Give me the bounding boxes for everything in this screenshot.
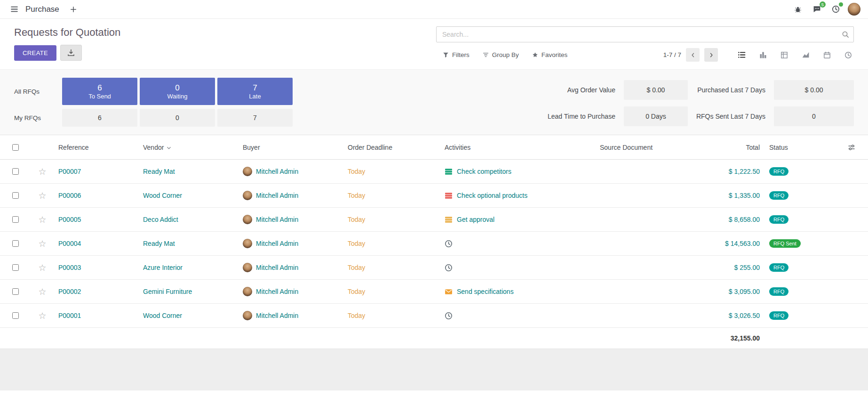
row-checkbox[interactable] [12,240,19,247]
activity-icon[interactable] [445,192,453,200]
app-name[interactable]: Purchase [25,5,59,14]
favorites-button[interactable]: Favorites [532,51,568,58]
plus-icon[interactable] [67,3,80,16]
activity-icon[interactable] [445,240,453,248]
table-row[interactable]: ☆ P00007 Ready Mat Mitchell Admin Today … [0,160,868,184]
vendor-link[interactable]: Deco Addict [143,216,178,223]
favorite-star-icon[interactable]: ☆ [38,263,46,272]
column-header-activities[interactable]: Activities [440,144,595,151]
activity-label[interactable]: Check optional products [457,192,527,199]
filters-button[interactable]: Filters [443,51,470,58]
reference-link[interactable]: P00007 [58,168,81,175]
group-by-button[interactable]: Group By [483,51,519,58]
funnel-icon [443,52,449,58]
activity-icon[interactable] [445,216,453,224]
row-checkbox[interactable] [12,312,19,319]
lead-time: 0 Days [624,106,688,126]
buyer-link[interactable]: Mitchell Admin [256,168,298,175]
column-header-reference[interactable]: Reference [54,144,138,151]
reference-link[interactable]: P00004 [58,240,81,247]
buyer-link[interactable]: Mitchell Admin [256,240,298,247]
reference-link[interactable]: P00003 [58,264,81,271]
pager-previous-icon[interactable] [686,48,700,62]
row-checkbox[interactable] [12,288,19,295]
reference-link[interactable]: P00006 [58,192,81,199]
reference-link[interactable]: P00002 [58,288,81,295]
activity-label[interactable]: Get approval [457,216,494,223]
buyer-link[interactable]: Mitchell Admin [256,264,298,271]
apps-menu-icon[interactable] [8,3,21,16]
calendar-view-icon[interactable] [823,51,831,59]
favorite-star-icon[interactable]: ☆ [38,287,46,296]
reference-link[interactable]: P00005 [58,216,81,223]
row-checkbox[interactable] [12,216,19,223]
activity-view-icon[interactable] [844,51,852,59]
export-button[interactable] [60,45,82,61]
table-row[interactable]: ☆ P00002 Gemini Furniture Mitchell Admin… [0,280,868,304]
waiting-card[interactable]: 0 Waiting [140,78,215,105]
kanban-view-icon[interactable] [759,51,767,59]
create-button[interactable]: CREATE [14,45,56,61]
my-late-card[interactable]: 7 [217,109,293,127]
select-all-checkbox[interactable] [12,144,19,151]
favorite-star-icon[interactable]: ☆ [38,167,46,176]
column-header-total[interactable]: Total [703,144,764,151]
column-header-order-deadline[interactable]: Order Deadline [343,144,440,151]
reference-link[interactable]: P00001 [58,312,81,319]
my-to-send-card[interactable]: 6 [62,109,137,127]
favorite-star-icon[interactable]: ☆ [38,191,46,200]
buyer-link[interactable]: Mitchell Admin [256,216,298,223]
activity-label[interactable]: Check competitors [457,168,511,175]
pager-next-icon[interactable] [704,48,718,62]
column-header-source-document[interactable]: Source Document [595,144,703,151]
row-checkbox[interactable] [12,192,19,199]
table-row[interactable]: ☆ P00001 Wood Corner Mitchell Admin Toda… [0,304,868,328]
to-send-card[interactable]: 6 To Send [62,78,137,105]
vendor-link[interactable]: Ready Mat [143,240,175,247]
table-row[interactable]: ☆ P00006 Wood Corner Mitchell Admin Toda… [0,184,868,208]
table-row[interactable]: ☆ P00005 Deco Addict Mitchell Admin Toda… [0,208,868,232]
column-header-vendor-label: Vendor [143,144,164,151]
activity-icon[interactable] [445,168,453,176]
optional-columns-icon[interactable] [848,144,855,151]
vendor-link[interactable]: Ready Mat [143,168,175,175]
buyer-avatar [243,167,252,176]
buyer-link[interactable]: Mitchell Admin [256,192,298,199]
activity-icon[interactable] [445,264,453,272]
buyer-link[interactable]: Mitchell Admin [256,312,298,319]
graph-view-icon[interactable] [802,51,810,59]
table-row[interactable]: ☆ P00003 Azure Interior Mitchell Admin T… [0,256,868,280]
row-checkbox[interactable] [12,264,19,271]
vendor-link[interactable]: Azure Interior [143,264,183,271]
star-icon [532,52,538,58]
user-avatar[interactable] [848,3,860,16]
favorite-star-icon[interactable]: ☆ [38,311,46,320]
table-row[interactable]: ☆ P00004 Ready Mat Mitchell Admin Today … [0,232,868,256]
list-view-icon[interactable] [738,51,746,59]
table-body: ☆ P00007 Ready Mat Mitchell Admin Today … [0,160,868,328]
column-header-status[interactable]: Status [764,144,835,151]
row-checkbox[interactable] [12,168,19,175]
vendor-link[interactable]: Gemini Furniture [143,288,192,295]
waiting-count: 0 [175,83,179,93]
favorite-star-icon[interactable]: ☆ [38,239,46,248]
favorite-star-icon[interactable]: ☆ [38,215,46,224]
activity-label[interactable]: Send specifications [457,288,514,295]
my-waiting-card[interactable]: 0 [140,109,215,127]
activities-clock-icon[interactable] [829,3,842,16]
activity-icon[interactable] [445,312,453,320]
messages-icon[interactable]: 5 [810,3,823,16]
column-header-buyer[interactable]: Buyer [238,144,343,151]
column-header-vendor[interactable]: Vendor [138,144,238,151]
search-icon[interactable] [842,31,849,38]
page-background [0,349,868,390]
vendor-link[interactable]: Wood Corner [143,312,182,319]
activity-icon[interactable] [445,288,453,296]
buyer-link[interactable]: Mitchell Admin [256,288,298,295]
pivot-view-icon[interactable] [780,51,788,59]
vendor-link[interactable]: Wood Corner [143,192,182,199]
total-amount: $ 255.00 [703,264,764,271]
late-card[interactable]: 7 Late [217,78,293,105]
search-input[interactable] [436,26,854,42]
bug-icon[interactable] [791,3,804,16]
